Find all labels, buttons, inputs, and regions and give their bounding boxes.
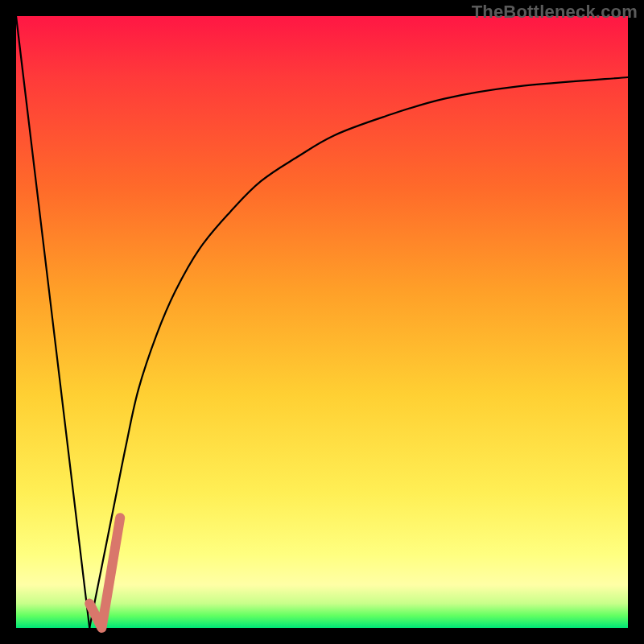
series-right-curve: [89, 77, 628, 628]
highlight-marker: [89, 518, 120, 628]
watermark-text: TheBottleneck.com: [472, 2, 638, 23]
chart-svg: [16, 16, 628, 628]
chart-frame: TheBottleneck.com: [0, 0, 644, 644]
series-left-diagonal: [16, 16, 89, 628]
